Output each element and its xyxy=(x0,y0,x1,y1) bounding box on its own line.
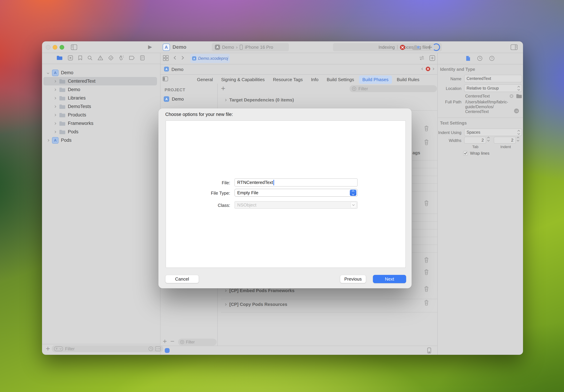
tab-resource-tags[interactable]: Resource Tags xyxy=(269,75,306,84)
error-count-badge[interactable] xyxy=(400,45,405,51)
tab-build-rules[interactable]: Build Rules xyxy=(393,75,423,84)
build-phase-copy-pods[interactable]: [CP] Copy Pods Resources xyxy=(224,302,287,307)
indent-width-stepper[interactable] xyxy=(517,137,519,141)
previous-issue-icon[interactable] xyxy=(421,68,424,70)
next-issue-icon[interactable] xyxy=(432,68,434,70)
disclosure-closed-icon[interactable] xyxy=(224,289,227,292)
sidebar-item-demotests[interactable]: DemoTests xyxy=(43,102,157,111)
tab-demo-xcodeproj[interactable]: A Demo.xcodeproj xyxy=(190,54,230,63)
disclosure-closed-icon[interactable] xyxy=(54,122,56,125)
recent-files-clock-icon[interactable] xyxy=(148,346,153,351)
history-inspector-icon[interactable] xyxy=(477,56,482,61)
disclosure-closed-icon[interactable] xyxy=(47,139,49,141)
build-phase-embed-pods[interactable]: [CP] Embed Pods Frameworks xyxy=(224,288,295,293)
indent-using-dropdown[interactable]: Spaces xyxy=(464,128,522,136)
disclosure-closed-icon[interactable] xyxy=(54,105,56,108)
remove-target-button[interactable]: − xyxy=(170,338,175,344)
choose-folder-icon[interactable] xyxy=(516,94,522,98)
add-target-button[interactable]: + xyxy=(163,338,167,344)
full-path-line: guide/Demo/ios/ xyxy=(465,104,517,109)
delete-phase-icon[interactable] xyxy=(424,300,429,306)
sidebar-item-pods-project[interactable]: A Pods xyxy=(43,136,157,144)
disclosure-open-icon[interactable] xyxy=(47,71,49,74)
targets-filter-input[interactable]: Filter xyxy=(178,339,217,346)
delete-phase-icon[interactable] xyxy=(424,257,429,264)
disclosure-closed-icon[interactable] xyxy=(54,88,56,91)
disclosure-closed-icon[interactable] xyxy=(54,97,56,99)
location-dropdown[interactable]: Relative to Group xyxy=(464,84,522,92)
sidebar-item-frameworks[interactable]: Frameworks xyxy=(43,119,157,128)
disclosure-closed-icon[interactable] xyxy=(224,99,227,101)
bookmark-navigator-icon[interactable] xyxy=(78,55,82,61)
delete-phase-icon[interactable] xyxy=(424,286,429,293)
filter-icon xyxy=(352,86,356,91)
issue-navigator-icon[interactable] xyxy=(98,55,103,61)
tab-width-stepper[interactable] xyxy=(488,137,489,141)
run-button[interactable]: ▶ xyxy=(148,44,152,50)
toggle-right-sidebar-icon[interactable] xyxy=(511,44,518,51)
sidebar-item-demo-project[interactable]: A Demo xyxy=(43,69,157,77)
name-field[interactable]: CenteredText xyxy=(464,75,522,82)
file-type-dropdown[interactable]: Empty File xyxy=(234,189,358,197)
open-path-arrow-icon[interactable]: → xyxy=(514,109,519,113)
find-navigator-icon[interactable] xyxy=(87,55,93,61)
disclosure-closed-icon[interactable] xyxy=(54,114,56,116)
wrap-lines-checkbox[interactable]: Wrap lines xyxy=(463,151,489,156)
previous-button[interactable]: Previous xyxy=(340,275,366,283)
add-editor-icon[interactable] xyxy=(429,55,435,62)
sidebar-item-libraries[interactable]: Libraries xyxy=(43,94,157,102)
sidebar-item-centeredtext[interactable]: CenteredText xyxy=(43,77,157,85)
delete-phase-icon[interactable] xyxy=(424,269,429,276)
next-button[interactable]: Next xyxy=(373,275,406,283)
zoom-button[interactable] xyxy=(60,45,64,50)
tab-build-settings[interactable]: Build Settings xyxy=(323,75,358,84)
close-button[interactable] xyxy=(46,45,50,50)
add-build-phase-button[interactable]: + xyxy=(221,85,226,92)
scheme-selector[interactable]: A Demo › iPhone 16 Pro xyxy=(212,43,289,51)
indent-width-field[interactable]: 2 xyxy=(494,137,516,144)
source-control-navigator-icon[interactable] xyxy=(68,55,73,61)
add-file-button[interactable]: + xyxy=(45,345,50,352)
back-button[interactable] xyxy=(174,56,177,60)
tab-info[interactable]: Info xyxy=(307,75,322,84)
delete-phase-icon[interactable] xyxy=(424,200,429,207)
cancel-button[interactable]: Cancel xyxy=(165,275,199,283)
tab-width-value: 2 xyxy=(481,138,484,143)
help-inspector-icon[interactable]: ? xyxy=(489,56,495,61)
activity-status[interactable]: Indexing Processing files xyxy=(333,43,442,51)
issue-badge[interactable] xyxy=(426,67,430,72)
filter-options-icon[interactable] xyxy=(54,346,63,351)
class-combobox[interactable]: NSObject xyxy=(234,201,358,209)
minimize-button[interactable] xyxy=(53,45,57,50)
report-navigator-icon[interactable] xyxy=(140,55,145,61)
targets-sidebar-toggle-icon[interactable] xyxy=(163,76,168,82)
breadcrumb[interactable]: Demo xyxy=(171,67,183,72)
tab-signing-capabilities[interactable]: Signing & Capabilities xyxy=(218,75,268,84)
text-settings-header: Text Settings xyxy=(440,121,467,126)
full-path-line: CenteredText xyxy=(465,109,517,114)
file-name-input[interactable]: RTNCenteredText xyxy=(234,178,358,186)
toggle-left-sidebar-icon[interactable] xyxy=(71,44,77,51)
file-inspector-icon[interactable] xyxy=(466,56,470,61)
clear-icon[interactable] xyxy=(509,94,514,98)
disclosure-closed-icon[interactable] xyxy=(54,80,56,82)
build-phase-target-dependencies[interactable]: Target Dependencies (0 items) xyxy=(224,97,294,103)
tab-width-field[interactable]: 2 xyxy=(464,137,486,144)
navigator-filter-input[interactable]: Filter xyxy=(52,345,163,352)
breakpoint-navigator-icon[interactable] xyxy=(129,56,135,61)
add-toolbar-button[interactable]: + xyxy=(427,43,433,51)
sidebar-item-products[interactable]: Products xyxy=(43,111,157,119)
disclosure-closed-icon[interactable] xyxy=(224,303,227,306)
test-navigator-icon[interactable] xyxy=(108,55,113,61)
swap-editor-icon[interactable] xyxy=(419,56,425,61)
disclosure-closed-icon[interactable] xyxy=(54,131,56,133)
editor-grid-icon[interactable] xyxy=(163,55,169,62)
tab-general[interactable]: General xyxy=(193,75,216,84)
project-list-item-demo[interactable]: A Demo xyxy=(164,96,184,102)
debug-navigator-icon[interactable] xyxy=(119,55,124,61)
project-navigator-icon[interactable] xyxy=(56,55,63,61)
sidebar-item-pods-group[interactable]: Pods xyxy=(43,128,157,136)
sidebar-item-demo-group[interactable]: Demo xyxy=(43,85,157,94)
tab-build-phases[interactable]: Build Phases xyxy=(359,75,392,84)
forward-button[interactable] xyxy=(180,56,184,60)
